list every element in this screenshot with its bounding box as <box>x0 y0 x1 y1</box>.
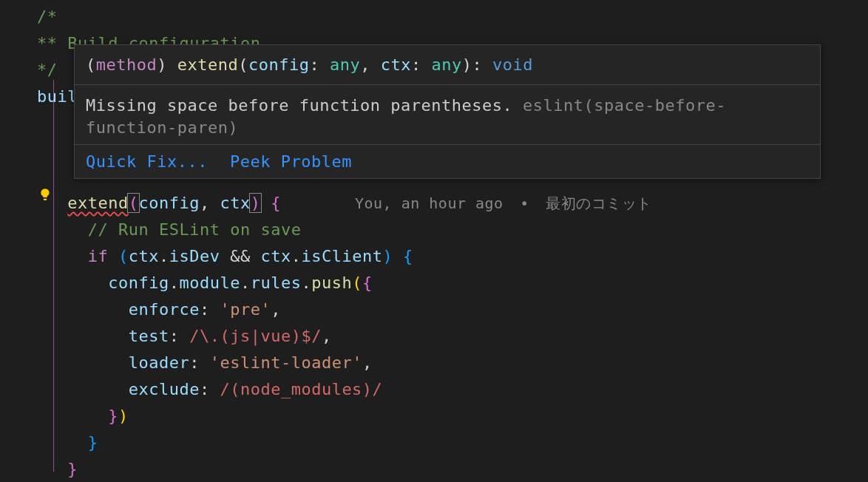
peek-problem-link[interactable]: Peek Problem <box>230 152 352 171</box>
git-blame-codelens[interactable]: You, an hour ago • 最初のコミット <box>355 190 652 217</box>
param-ctx: ctx <box>220 194 250 212</box>
enforce-key: enforce <box>129 300 200 319</box>
loader-key: loader <box>129 353 189 372</box>
ctx-ref: ctx <box>129 247 159 265</box>
config-ref: config <box>108 274 169 292</box>
hover-actions: Quick Fix... Peek Problem <box>75 145 820 178</box>
eslint-comment: // Run ESLint on save <box>88 220 302 239</box>
param-config: config <box>138 194 199 212</box>
module-prop: module <box>179 274 240 292</box>
exclude-key: exclude <box>129 380 200 398</box>
hover-widget: (method) extend(config: any, ctx: any): … <box>74 44 821 179</box>
isDev: isDev <box>169 247 220 265</box>
lightbulb-icon[interactable] <box>38 186 53 201</box>
isClient: isClient <box>301 247 382 265</box>
quick-fix-link[interactable]: Quick Fix... <box>86 152 208 171</box>
exclude-regex: /(node_modules)/ <box>220 380 382 398</box>
if-keyword: if <box>88 247 109 265</box>
push-method: push <box>311 274 352 292</box>
hover-signature: (method) extend(config: any, ctx: any): … <box>75 45 820 85</box>
hover-problem: Missing space before function parenthese… <box>75 85 820 145</box>
ctx-ref2: ctx <box>260 247 291 265</box>
rules-prop: rules <box>251 274 302 292</box>
extend-function[interactable]: extend <box>67 194 128 212</box>
test-regex: /\.(js|vue)$/ <box>189 327 322 345</box>
lint-message: Missing space before function parenthese… <box>86 96 523 115</box>
enforce-val: 'pre' <box>220 300 271 319</box>
comment-open: /* <box>37 7 58 26</box>
comment-close: */ <box>37 61 58 79</box>
extend-line[interactable]: extend(config, ctx) {You, an hour ago • … <box>37 190 868 217</box>
loader-val: 'eslint-loader' <box>210 353 362 372</box>
test-key: test <box>129 327 169 345</box>
